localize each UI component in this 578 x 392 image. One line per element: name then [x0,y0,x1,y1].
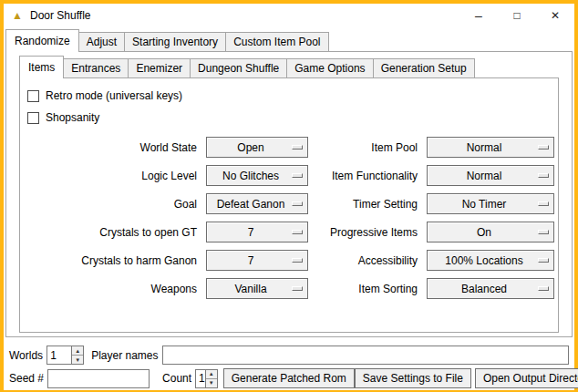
progressive-items-dropdown[interactable]: On [427,222,554,242]
world-state-value: Open [212,141,289,154]
crystals-ganon-dropdown[interactable]: 7 [206,250,308,271]
seed-input[interactable] [47,369,150,388]
tab-enemizer[interactable]: Enemizer [128,58,191,77]
retro-mode-checkbox[interactable] [27,90,39,102]
player-names-input[interactable] [162,346,570,365]
spin-up-icon[interactable]: ▲ [206,370,217,379]
item-pool-label: Item Pool [312,137,423,158]
player-names-label: Player names [91,349,158,362]
sub-tab-bar: Items Entrances Enemizer Dungeon Shuffle… [19,56,572,77]
items-panel: Retro mode (universal keys) Shopsanity W… [19,77,559,333]
dropdown-indicator-icon [538,173,549,178]
tab-items[interactable]: Items [19,56,64,78]
crystals-ganon-value: 7 [212,254,289,267]
tab-starting-inventory[interactable]: Starting Inventory [124,32,226,51]
tab-dungeon-shuffle[interactable]: Dungeon Shuffle [190,58,287,77]
dropdown-indicator-icon [292,230,303,234]
item-pool-dropdown[interactable]: Normal [427,137,554,158]
title-bar: ▲ Door Shuffle – □ ✕ [4,4,574,27]
dropdown-indicator-icon [292,145,303,150]
progressive-items-label: Progressive Items [312,222,423,242]
tab-entrances[interactable]: Entrances [63,58,129,77]
retro-mode-row: Retro mode (universal keys) [20,86,558,106]
dropdown-indicator-icon [538,201,549,206]
progressive-items-value: On [433,226,535,239]
timer-setting-label: Timer Setting [312,193,423,214]
dropdown-indicator-icon [292,201,303,206]
worlds-label: Worlds [9,349,43,362]
timer-setting-dropdown[interactable]: No Timer [427,193,554,214]
spin-down-icon[interactable]: ▼ [206,379,217,387]
item-pool-value: Normal [433,141,535,154]
app-window: ▲ Door Shuffle – □ ✕ Randomize Adjust St… [0,0,578,392]
count-label: Count [162,372,191,385]
seed-label: Seed # [9,372,44,385]
dropdown-indicator-icon [292,286,303,291]
weapons-value: Vanilla [212,283,289,295]
crystals-ganon-label: Crystals to harm Ganon [24,250,202,271]
item-functionality-label: Item Functionality [312,165,423,186]
client-area: Randomize Adjust Starting Inventory Cust… [4,29,574,390]
item-sorting-label: Item Sorting [312,278,423,299]
item-functionality-dropdown[interactable]: Normal [427,165,554,186]
crystals-gt-value: 7 [212,226,289,239]
shopsanity-row: Shopsanity [20,108,558,128]
tab-game-options[interactable]: Game Options [286,58,373,77]
item-sorting-dropdown[interactable]: Balanced [427,278,554,299]
crystals-gt-dropdown[interactable]: 7 [206,222,308,242]
weapons-label: Weapons [24,278,202,299]
logic-level-label: Logic Level [24,165,202,186]
spin-up-icon[interactable]: ▲ [72,346,83,356]
logic-level-dropdown[interactable]: No Glitches [206,165,308,186]
main-tab-bar: Randomize Adjust Starting Inventory Cust… [5,29,574,51]
tab-custom-item-pool[interactable]: Custom Item Pool [225,32,328,51]
accessibility-label: Accessibility [312,250,423,271]
timer-setting-value: No Timer [433,198,535,211]
logic-level-value: No Glitches [212,170,289,182]
close-icon[interactable]: ✕ [536,4,574,27]
open-output-directory-button[interactable]: Open Output Directory [475,368,578,388]
dropdown-indicator-icon [538,145,549,150]
crystals-gt-label: Crystals to open GT [24,222,202,242]
shopsanity-checkbox[interactable] [27,112,39,124]
app-icon: ▲ [10,8,25,23]
goal-label: Goal [24,193,202,214]
weapons-dropdown[interactable]: Vanilla [206,278,308,299]
tab-generation-setup[interactable]: Generation Setup [373,58,475,77]
goal-dropdown[interactable]: Defeat Ganon [206,193,308,214]
item-sorting-value: Balanced [433,283,535,295]
accessibility-value: 100% Locations [433,254,535,267]
dropdown-indicator-icon [538,258,549,263]
goal-value: Defeat Ganon [212,198,289,211]
generate-patched-rom-button[interactable]: Generate Patched Rom [223,368,355,388]
dropdown-indicator-icon [292,173,303,178]
worlds-value: 1 [47,346,71,364]
spin-down-icon[interactable]: ▼ [72,356,83,364]
randomize-panel: Items Entrances Enemizer Dungeon Shuffle… [5,51,573,337]
save-settings-button[interactable]: Save Settings to File [355,368,471,388]
world-state-label: World State [24,137,202,158]
world-state-dropdown[interactable]: Open [206,137,308,158]
item-functionality-value: Normal [433,170,535,182]
count-value: 1 [196,370,205,387]
window-title: Door Shuffle [30,9,91,22]
worlds-row: Worlds 1 ▲ ▼ Player names [9,346,569,365]
retro-mode-label: Retro mode (universal keys) [46,89,182,102]
maximize-icon[interactable]: □ [498,4,536,27]
minimize-icon[interactable]: – [459,4,498,27]
count-stepper[interactable]: 1 ▲ ▼ [195,369,218,388]
accessibility-dropdown[interactable]: 100% Locations [427,250,554,271]
shopsanity-label: Shopsanity [46,111,99,124]
dropdown-indicator-icon [538,230,549,234]
dropdown-indicator-icon [292,258,303,263]
seed-row: Seed # Count 1 ▲ ▼ Generate Patched Rom … [9,368,569,388]
worlds-stepper[interactable]: 1 ▲ ▼ [46,346,84,365]
dropdown-indicator-icon [538,286,549,291]
tab-randomize[interactable]: Randomize [5,29,79,52]
tab-adjust[interactable]: Adjust [78,32,125,51]
options-grid: World State Open Item Pool Normal Logic … [24,137,558,299]
